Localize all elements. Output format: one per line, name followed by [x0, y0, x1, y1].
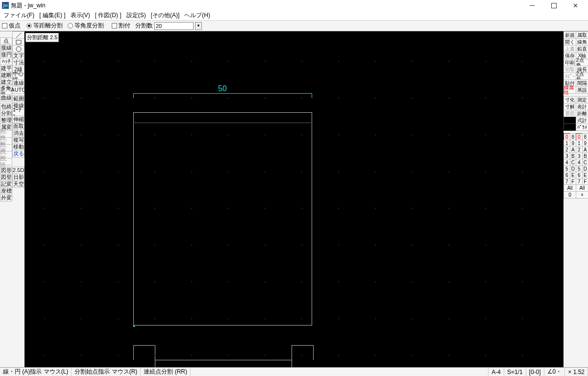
- layer-6-1[interactable]: E: [570, 172, 577, 178]
- status-paper[interactable]: A-4: [489, 368, 504, 376]
- layer-4-2[interactable]: 4: [576, 159, 583, 166]
- layer-1-2[interactable]: 1: [576, 140, 583, 147]
- tool-a-24[interactable]: 2.5D: [12, 167, 24, 174]
- rtool-6-0[interactable]: ｺﾋﾟｰ: [564, 73, 576, 80]
- rtool-13-1[interactable]: 式計: [576, 117, 588, 124]
- rtool-2-0[interactable]: 上書: [564, 45, 576, 52]
- rtool-12-0[interactable]: 選図: [564, 110, 576, 117]
- rtool-12-1[interactable]: 距離: [576, 110, 588, 117]
- tool-a-10[interactable]: 範囲: [12, 95, 24, 102]
- tool-a-18[interactable]: 戻る: [12, 150, 24, 157]
- tool-b-5[interactable]: 接円: [0, 51, 12, 58]
- tool-a-13[interactable]: 伸縮: [12, 116, 24, 123]
- rtool-4-1[interactable]: 2点角: [576, 59, 588, 66]
- tool-b-28[interactable]: 外変: [0, 194, 12, 201]
- tool-a-8[interactable]: AUTO: [12, 86, 24, 94]
- rtool-4-0[interactable]: 印刷: [564, 59, 576, 66]
- layer-3-2[interactable]: 3: [576, 152, 583, 159]
- rtool-1-1[interactable]: 線角: [576, 38, 588, 46]
- layer-all-0[interactable]: All: [564, 184, 576, 192]
- menu-item-0[interactable]: ファイル(F): [1, 10, 37, 21]
- layer-7-0[interactable]: 7: [564, 178, 570, 185]
- layer-6-2[interactable]: 6: [576, 172, 583, 178]
- status-zoom[interactable]: × 1.52: [565, 368, 588, 376]
- layer-7-1[interactable]: F: [570, 178, 577, 185]
- tool-a-26[interactable]: 天空: [12, 180, 24, 188]
- rtool-5-0[interactable]: 切取: [564, 66, 576, 73]
- kari-checkbox[interactable]: [2, 23, 7, 28]
- tool-b-11[interactable]: 多角形: [0, 87, 12, 95]
- tool-b-27[interactable]: 座標: [0, 187, 12, 195]
- rtool-10-0[interactable]: 寸化: [564, 96, 576, 103]
- bunkatsu-input[interactable]: [154, 22, 194, 30]
- menu-item-4[interactable]: 設定(S): [124, 10, 148, 21]
- minimize-button[interactable]: [521, 0, 543, 11]
- menu-item-5[interactable]: [その他(A)]: [148, 10, 182, 21]
- tool-a-6[interactable]: 中心線: [12, 73, 24, 80]
- tool-b-16[interactable]: 整理: [0, 117, 12, 124]
- tool-b-14[interactable]: 包絡: [0, 103, 12, 110]
- layer-2-2[interactable]: 2: [576, 146, 583, 153]
- tool-b-25[interactable]: 図登: [0, 174, 12, 181]
- menu-item-1[interactable]: [ 編集(E) ]: [37, 10, 68, 21]
- tool-a-12[interactable]: ｺｰﾅｰ: [12, 109, 24, 116]
- layer-6-3[interactable]: E: [582, 172, 588, 178]
- drawing-canvas[interactable]: 分割距離 2.5 50: [24, 31, 564, 367]
- layer-3-3[interactable]: B: [582, 152, 588, 159]
- menu-item-2[interactable]: 表示(V): [68, 10, 93, 21]
- layer-0-3[interactable]: 8: [582, 133, 588, 140]
- tool-a-3[interactable]: 文字: [12, 52, 24, 59]
- tool-b-26[interactable]: 記変: [0, 180, 12, 188]
- layer-zero-0[interactable]: 0: [564, 191, 576, 199]
- rtool-8-0[interactable]: 線属性: [564, 86, 576, 94]
- tool-b-15[interactable]: 分割: [0, 110, 12, 117]
- tool-b-3[interactable]: 点: [0, 37, 12, 45]
- tool-b-12[interactable]: 曲線: [0, 94, 12, 101]
- status-angle[interactable]: ∠0・: [544, 368, 565, 376]
- tool-b-4[interactable]: 接線: [0, 44, 12, 51]
- eq-dist-radio[interactable]: [26, 23, 32, 28]
- layer-5-3[interactable]: D: [582, 165, 588, 172]
- rtool-3-0[interactable]: 保存: [564, 52, 576, 59]
- rtool-0-1[interactable]: 属取: [576, 31, 588, 39]
- wari-checkbox[interactable]: [112, 23, 117, 28]
- tool-b-22[interactable]: BL終: [0, 158, 12, 165]
- eq-ang-radio[interactable]: [68, 23, 73, 28]
- tool-a-2[interactable]: [12, 45, 24, 52]
- tool-a-17[interactable]: 移動: [12, 143, 24, 150]
- status-layer[interactable]: [0-0]: [526, 368, 544, 376]
- tool-a-14[interactable]: 面取: [12, 123, 24, 130]
- tool-a-4[interactable]: 寸法: [12, 59, 24, 66]
- menu-item-6[interactable]: ヘルプ(H): [182, 10, 213, 21]
- tool-a-0[interactable]: [12, 31, 24, 39]
- rtool-6-1[interactable]: 2点長: [576, 73, 588, 80]
- close-button[interactable]: [564, 0, 586, 11]
- menu-item-3[interactable]: [ 作図(D) ]: [93, 10, 124, 21]
- rtool-11-0[interactable]: 寸解: [564, 103, 576, 110]
- layer-2-1[interactable]: A: [570, 146, 577, 153]
- layer-1-3[interactable]: 9: [582, 140, 588, 147]
- tool-b-6[interactable]: ﾊｯﾁ: [0, 58, 12, 65]
- tool-a-25[interactable]: 日影: [12, 174, 24, 181]
- rtool-0-0[interactable]: 新規: [564, 31, 576, 39]
- tool-b-24[interactable]: 図形: [0, 167, 12, 174]
- rtool-7-1[interactable]: 間隔: [576, 79, 588, 87]
- layer-6-0[interactable]: 6: [564, 172, 570, 178]
- layer-1-0[interactable]: 1: [564, 140, 570, 147]
- layer-4-0[interactable]: 4: [564, 159, 570, 166]
- layer-7-3[interactable]: F: [582, 178, 588, 185]
- status-scale[interactable]: S=1/1: [504, 368, 526, 376]
- layer-3-0[interactable]: 3: [564, 152, 570, 159]
- layer-3-1[interactable]: B: [570, 152, 577, 159]
- layer-2-0[interactable]: 2: [564, 146, 570, 153]
- bunkatsu-dropdown[interactable]: ▼: [195, 22, 202, 30]
- rtool-2-1[interactable]: 鉛直: [576, 45, 588, 52]
- layer-all-1[interactable]: All: [576, 184, 588, 192]
- rtool-14-1[interactable]: ﾊﾟﾗﾒ: [576, 124, 588, 131]
- layer-1-1[interactable]: 9: [570, 140, 577, 147]
- rtool-1-0[interactable]: 開く: [564, 38, 576, 46]
- rtool-10-1[interactable]: 測定: [576, 96, 588, 103]
- tool-b-7[interactable]: 建平: [0, 65, 12, 72]
- tool-b-9[interactable]: 建立: [0, 78, 12, 86]
- layer-0-0[interactable]: 0: [564, 133, 570, 140]
